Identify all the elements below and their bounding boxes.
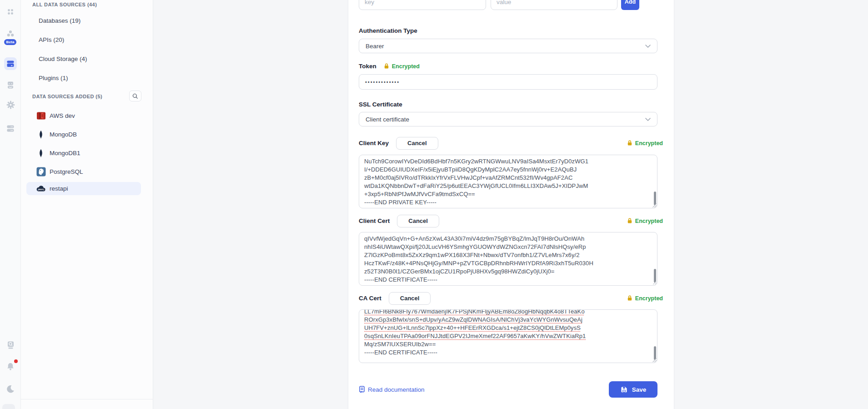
source-row-mongodb1[interactable]: MongoDB1 [26, 146, 141, 160]
all-data-sources-header: ALL DATA SOURCES (44) [32, 2, 97, 7]
source-row-aws-dev[interactable]: AWS dev [26, 109, 141, 122]
data-sources-added-header: DATA SOURCES ADDED (5) [32, 94, 102, 99]
read-documentation-link[interactable]: Read documentation [359, 386, 425, 393]
lock-icon [384, 63, 389, 69]
client-key-label: Client Key [359, 140, 389, 146]
settings-gear-icon[interactable] [4, 98, 17, 111]
client-cert-textarea[interactable]: qIVvfWjedGqVn+G+An5zXwL43A30i7miV4dz9m75… [359, 232, 657, 286]
cert-line: z52T3N0B0l1/CZGerBMx1ojCZU1RpoPjU8HXv5gq… [364, 268, 652, 276]
document-icon [359, 386, 365, 393]
save-icon [620, 386, 628, 394]
ca-cert-header-row: CA Cert Cancel Encrypted [359, 292, 657, 305]
encrypted-label: Encrypted [635, 140, 663, 146]
apps-grid-icon[interactable] [4, 5, 17, 18]
cert-line: Mq/zSM7IUXSERUIb2w== [364, 340, 652, 348]
form-footer: Read documentation Save [359, 381, 657, 398]
source-row-restapi[interactable]: {REST} restapi [26, 182, 141, 195]
token-password-input[interactable]: ••••••••••••• [359, 74, 657, 90]
encrypted-label: Encrypted [635, 218, 663, 224]
cert-line: HczTKwF/z48K+4PNsQHjGy/MNP+pZVTGCBpDRhnb… [364, 259, 652, 268]
aws-icon [36, 111, 46, 121]
cert-line: -----END CERTIFICATE----- [364, 348, 652, 357]
svg-text:{REST}: {REST} [38, 188, 44, 190]
header-key-input[interactable]: key [359, 0, 486, 10]
ca-cert-cancel-button[interactable]: Cancel [389, 292, 431, 305]
ssl-certificate-label: SSL Certificate [359, 101, 657, 108]
read-documentation-label: Read documentation [368, 386, 425, 393]
mongodb-leaf-icon [36, 148, 46, 158]
notification-dot [14, 359, 18, 363]
source-label: restapi [50, 185, 68, 192]
datasource-settings-panel: key value Add Authentication Type Bearer… [348, 0, 674, 409]
value-placeholder: value [497, 0, 511, 5]
source-row-mongodb[interactable]: MongoDB [26, 128, 141, 141]
profile-tile[interactable] [2, 404, 15, 409]
lock-icon [627, 218, 632, 224]
encrypted-label: Encrypted [635, 295, 663, 302]
storefront-icon[interactable] [4, 79, 17, 91]
lock-icon [627, 140, 632, 146]
client-key-encrypted-badge: Encrypted [627, 140, 663, 146]
client-cert-encrypted-badge: Encrypted [627, 218, 663, 224]
server-icon[interactable] [4, 122, 17, 135]
client-cert-cancel-button[interactable]: Cancel [397, 215, 439, 227]
cert-line: I/+DDED6GUIUDXeIF/x5iEjyuBTpiiD8QgKDyMpl… [364, 166, 652, 174]
source-label: MongoDB [50, 131, 77, 138]
search-icon [132, 93, 138, 99]
cert-line: NuTch9CorowIYvDeDId6BdHbf7n5KGry2wRTNGWw… [364, 157, 652, 166]
ssl-certificate-value: Client certificate [366, 116, 409, 123]
resize-handle[interactable] [652, 203, 657, 207]
authentication-type-label: Authentication Type [359, 27, 657, 34]
cert-line: UH7FV+znUG+ILnnSc7lppXz+40++HFEErRXGDca/… [364, 324, 652, 332]
notifications-bell-icon[interactable] [4, 360, 17, 373]
ca-cert-encrypted-badge: Encrypted [627, 295, 663, 302]
dark-mode-moon-icon[interactable] [4, 383, 17, 395]
client-key-cancel-button[interactable]: Cancel [396, 137, 438, 150]
cert-line: LL7mFI6BNk8FIy767WmdaenjIK7FPSjNKmFljyAB… [364, 309, 652, 316]
cert-line: nhIS4iUWtawQXpi/fj20JLucVH6YSmhgYGUOWYdW… [364, 243, 652, 251]
key-placeholder: key [365, 0, 374, 5]
save-label: Save [632, 386, 647, 393]
add-button[interactable]: Add [621, 0, 639, 10]
cert-line: 0sqSnLKnIeuTPAa09orFNJJtdEGPV2IJmeXmef22… [364, 332, 652, 340]
cert-line: -----END PRIVATE KEY----- [364, 198, 652, 207]
cert-line: qIVvfWjedGqVn+G+An5zXwL43A30i7miV4dz9m75… [364, 235, 652, 243]
sidebar-item-databases[interactable]: Databases (19) [39, 17, 80, 24]
source-label: MongoDB1 [50, 150, 80, 157]
client-key-textarea[interactable]: NuTch9CorowIYvDeDId6BdHbf7n5KGry2wRTNGWw… [359, 155, 657, 208]
cert-line: Z7lGzKPoBmt8x5ZxXz9qm1wPX168X3FNt+Nbwx/d… [364, 251, 652, 259]
source-label: AWS dev [50, 112, 75, 119]
sidebar-item-apis[interactable]: APIs (20) [39, 36, 64, 43]
cert-line: -----END CERTIFICATE----- [364, 276, 652, 284]
encrypted-label: Encrypted [392, 63, 420, 70]
sidebar-search-button[interactable] [129, 91, 141, 101]
save-button[interactable]: Save [609, 381, 657, 398]
datasources-sidebar: ALL DATA SOURCES (44) Databases (19) API… [21, 0, 153, 409]
resize-handle[interactable] [652, 358, 657, 362]
resize-handle[interactable] [652, 280, 657, 285]
chevron-down-icon [645, 118, 651, 121]
sidebar-footer-divider [21, 399, 153, 409]
sidebar-item-cloud-storage[interactable]: Cloud Storage (4) [39, 56, 87, 62]
header-value-input[interactable]: value [491, 0, 617, 10]
source-row-postgresql[interactable]: PostgreSQL [26, 165, 141, 178]
client-cert-header-row: Client Cert Cancel Encrypted [359, 214, 657, 227]
cert-line: zB+M0cf0aj5IVRo/dTRkklxYfrVxFLVHwJCpf+va… [364, 174, 652, 182]
sidebar-item-plugins[interactable]: Plugins (1) [39, 75, 68, 81]
ca-cert-textarea[interactable]: LL7mFI6BNk8FIy767WmdaenjIK7FPSjNKmFljyAB… [359, 309, 657, 363]
docs-search-icon[interactable] [4, 338, 17, 351]
rest-cloud-icon: {REST} [36, 184, 46, 194]
data-sources-icon[interactable] [4, 57, 17, 70]
masked-token-value: ••••••••••••• [365, 79, 400, 85]
mongodb-leaf-icon [36, 130, 46, 140]
ssl-certificate-select[interactable]: Client certificate [359, 112, 657, 126]
authentication-type-value: Bearer [366, 43, 384, 50]
app-window: Beta [0, 0, 868, 409]
cert-line: wtDa1KQNbbnDwT+dFaRiY25/p6utEEAC3YWjGfUC… [364, 182, 652, 190]
chevron-down-icon [645, 45, 651, 48]
token-label: Token [359, 63, 376, 70]
authentication-type-select[interactable]: Bearer [359, 39, 657, 53]
beta-cluster-icon[interactable] [4, 27, 17, 40]
cert-line: ROrxGp3xBfwIx/snS+dUpv/yAcZ9wZqlDWNAGIsA… [364, 316, 652, 324]
lock-icon [627, 295, 632, 301]
